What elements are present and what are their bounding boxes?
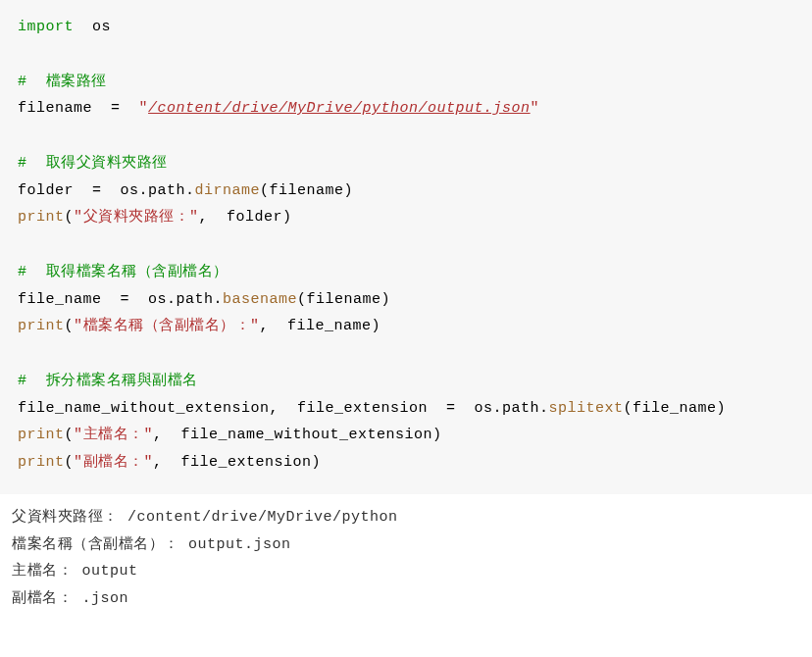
code-line-folder: folder = os.path.dirname(filename) [18, 182, 353, 199]
path-link[interactable]: /content/drive/MyDrive/python/output.jso… [148, 100, 531, 117]
comment-filename: # 取得檔案名稱（含副檔名） [18, 264, 228, 280]
module-os: os [92, 19, 111, 35]
output-line: 父資料夾路徑： /content/drive/MyDrive/python [12, 509, 398, 526]
output-line: 主檔名： output [12, 563, 138, 580]
output-line: 檔案名稱（含副檔名）： output.json [12, 536, 291, 553]
output-block: 父資料夾路徑： /content/drive/MyDrive/python 檔案… [0, 494, 812, 625]
output-line: 副檔名： .json [12, 590, 128, 607]
keyword-import: import [18, 19, 74, 35]
code-line-print3: print("主檔名：", file_name_without_extensio… [18, 427, 442, 443]
comment-splitext: # 拆分檔案名稱與副檔名 [18, 373, 198, 389]
code-line-print2: print("檔案名稱（含副檔名）：", file_name) [18, 318, 381, 334]
code-block: import os # 檔案路徑 filename = "/content/dr… [0, 0, 812, 494]
comment-parentdir: # 取得父資料夾路徑 [18, 155, 168, 172]
code-line-print1: print("父資料夾路徑：", folder) [18, 209, 292, 226]
comment-filepath: # 檔案路徑 [18, 74, 107, 90]
code-line-split: file_name_without_extension, file_extens… [18, 400, 726, 417]
code-line-filename: filename = "/content/drive/MyDrive/pytho… [18, 100, 539, 117]
code-line-print4: print("副檔名：", file_extension) [18, 454, 321, 471]
code-line-filename2: file_name = os.path.basename(filename) [18, 291, 390, 308]
